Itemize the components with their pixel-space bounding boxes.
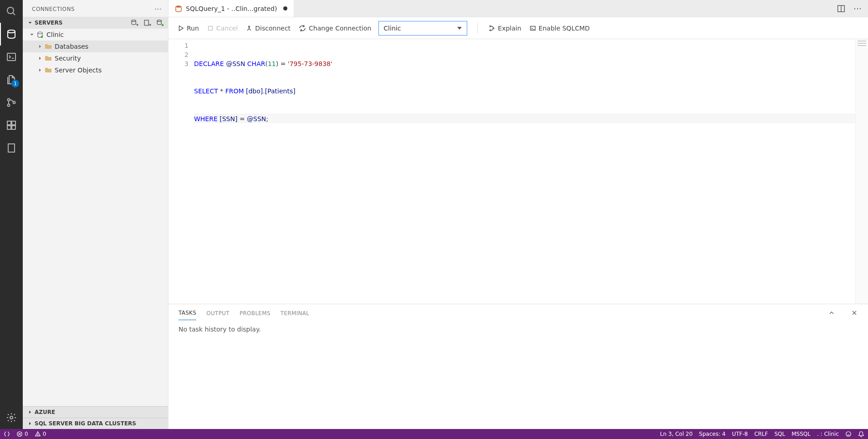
svg-point-17: [162, 24, 164, 26]
activity-bar: 1: [0, 0, 23, 429]
server-icon: [36, 31, 44, 38]
status-encoding[interactable]: UTF-8: [732, 431, 748, 437]
tree-node-databases[interactable]: Databases: [23, 41, 168, 52]
svg-rect-15: [144, 20, 148, 25]
svg-point-20: [176, 5, 181, 7]
svg-point-31: [846, 432, 851, 437]
panel-close-icon[interactable]: [848, 309, 861, 318]
play-icon: [178, 25, 184, 31]
status-warnings[interactable]: 0: [35, 431, 46, 437]
sql-editor[interactable]: 1 2 3 DECLARE @SSN CHAR(11) = '795-73-98…: [168, 39, 868, 304]
svg-point-19: [41, 36, 43, 38]
azure-section-header[interactable]: AZURE: [23, 406, 168, 418]
panel-tab-problems[interactable]: PROBLEMS: [240, 307, 271, 320]
explain-icon: [489, 25, 495, 31]
new-connection-icon[interactable]: [131, 19, 139, 27]
panel-maximize-icon[interactable]: [825, 309, 838, 318]
svg-line-1: [13, 13, 15, 15]
source-control-activity-icon[interactable]: [0, 91, 23, 114]
disconnect-button[interactable]: Disconnect: [245, 23, 291, 34]
svg-point-4: [8, 99, 10, 101]
status-remote-icon[interactable]: [4, 431, 10, 437]
cancel-button: Cancel: [206, 23, 239, 34]
query-toolbar: Run Cancel Disconnect Change Connection …: [168, 17, 868, 39]
editor-tab-sqlquery1[interactable]: SQLQuery_1 - ..Clin...grated): [168, 0, 294, 17]
editor-tab-bar: SQLQuery_1 - ..Clin...grated) ⋯: [168, 0, 868, 17]
bottom-panel: TASKS OUTPUT PROBLEMS TERMINAL No task h…: [168, 304, 868, 429]
servers-section-header[interactable]: SERVERS: [23, 17, 168, 29]
chevron-right-icon: [26, 408, 34, 416]
svg-point-14: [132, 20, 136, 21]
folder-icon: [45, 43, 52, 50]
svg-rect-23: [208, 26, 212, 30]
status-feedback-icon[interactable]: [845, 431, 852, 437]
status-connection[interactable]: . : Clinic: [817, 431, 839, 437]
stop-icon: [207, 25, 214, 31]
status-bar: 0 0 Ln 3, Col 20 Spaces: 4 UTF-8 CRLF SQ…: [0, 429, 868, 439]
svg-point-25: [490, 30, 491, 31]
new-group-icon[interactable]: [143, 19, 152, 27]
enable-sqlcmd-button[interactable]: Enable SQLCMD: [529, 23, 591, 34]
tree-node-server-objects[interactable]: Server Objects: [23, 64, 168, 76]
split-editor-icon[interactable]: [837, 5, 845, 13]
chevron-right-icon: [36, 55, 44, 62]
status-notifications-icon[interactable]: [858, 431, 864, 437]
server-node-clinic[interactable]: Clinic: [23, 29, 168, 41]
editor-content[interactable]: DECLARE @SSN CHAR(11) = '795-73-9838' SE…: [194, 39, 868, 304]
folder-icon: [45, 66, 52, 74]
panel-tab-terminal[interactable]: TERMINAL: [281, 307, 309, 320]
sidebar-more-icon[interactable]: ⋯: [154, 5, 163, 13]
terminal-activity-icon[interactable]: [0, 46, 23, 68]
svg-rect-7: [7, 121, 11, 125]
folder-icon: [45, 55, 52, 62]
chevron-right-icon: [26, 420, 34, 427]
svg-point-24: [490, 26, 491, 27]
explain-button[interactable]: Explain: [488, 23, 522, 34]
svg-point-13: [10, 416, 13, 419]
chevron-right-icon: [36, 66, 44, 74]
svg-rect-11: [8, 144, 15, 152]
status-language[interactable]: SQL: [774, 431, 785, 437]
database-icon: [175, 5, 182, 12]
sidebar-title: CONNECTIONS: [32, 6, 75, 12]
status-indentation[interactable]: Spaces: 4: [699, 431, 725, 437]
svg-rect-27: [530, 26, 535, 30]
svg-point-2: [8, 30, 15, 33]
status-eol[interactable]: CRLF: [754, 431, 768, 437]
chevron-down-icon: [28, 31, 36, 38]
tab-more-icon[interactable]: ⋯: [853, 4, 863, 13]
bdc-section-header[interactable]: SQL SERVER BIG DATA CLUSTERS: [23, 418, 168, 429]
notebook-activity-icon[interactable]: [0, 137, 23, 159]
editor-area: SQLQuery_1 - ..Clin...grated) ⋯ Run Canc…: [168, 0, 868, 429]
search-activity-icon[interactable]: [0, 0, 23, 23]
tree-node-security[interactable]: Security: [23, 52, 168, 64]
svg-rect-9: [7, 126, 11, 129]
status-cursor-position[interactable]: Ln 3, Col 20: [660, 431, 693, 437]
collapse-all-icon[interactable]: [156, 19, 164, 27]
tasks-panel-body: No task history to display.: [168, 320, 868, 429]
editor-minimap[interactable]: [855, 39, 868, 304]
svg-point-6: [13, 102, 15, 104]
line-gutter: 1 2 3: [168, 39, 194, 304]
svg-point-0: [7, 7, 14, 14]
settings-gear-icon[interactable]: [0, 406, 23, 429]
chevron-down-icon: [26, 19, 34, 26]
svg-point-18: [38, 32, 42, 34]
status-provider[interactable]: MSSQL: [791, 431, 811, 437]
servers-tree: Clinic Databases Security Server Objects: [23, 29, 168, 406]
panel-tab-output[interactable]: OUTPUT: [206, 307, 230, 320]
svg-point-16: [157, 20, 161, 21]
explorer-activity-icon[interactable]: 1: [0, 68, 23, 91]
panel-tab-tasks[interactable]: TASKS: [179, 307, 196, 320]
connection-select[interactable]: Clinic: [378, 21, 467, 36]
svg-rect-10: [12, 126, 15, 129]
sqlcmd-icon: [530, 25, 536, 31]
tab-dirty-indicator: [283, 6, 287, 10]
svg-point-30: [37, 435, 38, 435]
connections-activity-icon[interactable]: [0, 23, 23, 46]
status-errors[interactable]: 0: [16, 431, 28, 437]
svg-point-26: [493, 27, 495, 29]
change-connection-button[interactable]: Change Connection: [298, 23, 372, 34]
run-button[interactable]: Run: [177, 23, 200, 34]
extensions-activity-icon[interactable]: [0, 114, 23, 137]
